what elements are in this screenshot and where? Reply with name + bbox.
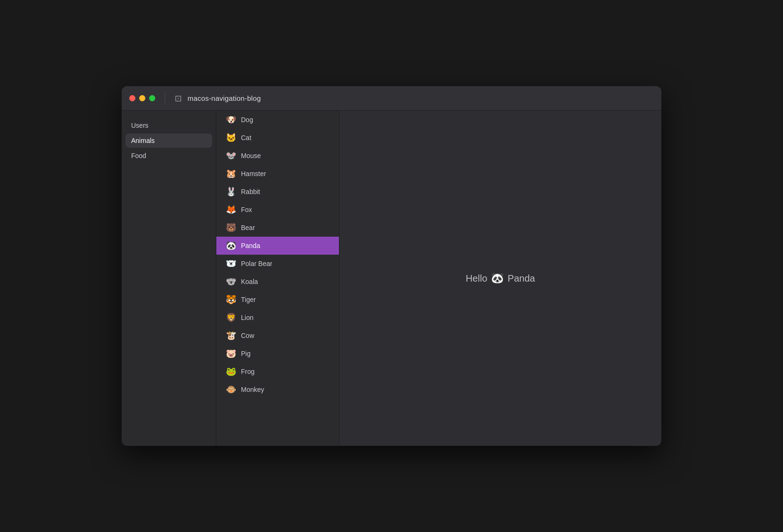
animals-list: 🐶Dog🐱Cat🐭Mouse🐹Hamster🐰Rabbit🦊Fox🐻Bear🐼P… bbox=[216, 111, 339, 446]
list-item-rabbit[interactable]: 🐰Rabbit bbox=[216, 183, 339, 201]
dog-emoji: 🐶 bbox=[226, 115, 236, 124]
panda-label: Panda bbox=[241, 242, 260, 249]
content-area: Users Animals Food 🐶Dog🐱Cat🐭Mouse🐹Hamste… bbox=[122, 111, 661, 446]
sidebar-toggle-icon[interactable]: ⊡ bbox=[175, 93, 182, 104]
list-item-lion[interactable]: 🦁Lion bbox=[216, 309, 339, 327]
hamster-label: Hamster bbox=[241, 170, 266, 177]
list-item-cow[interactable]: 🐮Cow bbox=[216, 327, 339, 345]
mouse-label: Mouse bbox=[241, 152, 261, 160]
tiger-emoji: 🐯 bbox=[226, 295, 236, 304]
pig-emoji: 🐷 bbox=[226, 349, 236, 358]
close-button[interactable] bbox=[129, 95, 135, 101]
list-item-bear[interactable]: 🐻Bear bbox=[216, 219, 339, 237]
frog-label: Frog bbox=[241, 368, 255, 375]
list-item-tiger[interactable]: 🐯Tiger bbox=[216, 291, 339, 309]
lion-label: Lion bbox=[241, 314, 253, 321]
list-item-koala[interactable]: 🐨Koala bbox=[216, 273, 339, 291]
monkey-label: Monkey bbox=[241, 386, 264, 393]
detail-content: Hello 🐼 Panda bbox=[466, 272, 535, 284]
list-item-fox[interactable]: 🦊Fox bbox=[216, 201, 339, 219]
cow-label: Cow bbox=[241, 332, 254, 339]
fox-emoji: 🦊 bbox=[226, 205, 236, 214]
list-item-frog[interactable]: 🐸Frog bbox=[216, 363, 339, 381]
titlebar-divider bbox=[165, 93, 165, 104]
panda-emoji: 🐼 bbox=[226, 241, 236, 250]
list-item-cat[interactable]: 🐱Cat bbox=[216, 129, 339, 147]
app-window: ⊡ macos-navigation-blog Users Animals Fo… bbox=[122, 86, 661, 446]
lion-emoji: 🦁 bbox=[226, 313, 236, 322]
rabbit-label: Rabbit bbox=[241, 188, 260, 195]
detail-name: Panda bbox=[507, 273, 535, 284]
list-item-pig[interactable]: 🐷Pig bbox=[216, 345, 339, 363]
list-item-polar-bear[interactable]: 🐻‍❄️Polar Bear bbox=[216, 255, 339, 273]
detail-pane: Hello 🐼 Panda bbox=[339, 111, 661, 446]
cow-emoji: 🐮 bbox=[226, 331, 236, 340]
sidebar-item-animals[interactable]: Animals bbox=[125, 133, 212, 148]
bear-label: Bear bbox=[241, 224, 255, 231]
traffic-lights bbox=[129, 95, 155, 101]
koala-emoji: 🐨 bbox=[226, 277, 236, 286]
cat-label: Cat bbox=[241, 134, 251, 142]
list-item-dog[interactable]: 🐶Dog bbox=[216, 111, 339, 129]
list-item-mouse[interactable]: 🐭Mouse bbox=[216, 147, 339, 165]
polar-bear-emoji: 🐻‍❄️ bbox=[226, 259, 236, 268]
sidebar-item-users[interactable]: Users bbox=[125, 118, 212, 133]
frog-emoji: 🐸 bbox=[226, 367, 236, 376]
cat-emoji: 🐱 bbox=[226, 133, 236, 142]
polar-bear-label: Polar Bear bbox=[241, 260, 272, 267]
koala-label: Koala bbox=[241, 278, 258, 285]
sidebar-item-food[interactable]: Food bbox=[125, 149, 212, 163]
list-item-monkey[interactable]: 🐵Monkey bbox=[216, 381, 339, 399]
bear-emoji: 🐻 bbox=[226, 223, 236, 232]
maximize-button[interactable] bbox=[149, 95, 155, 101]
detail-prefix: Hello bbox=[466, 273, 488, 284]
window-title: macos-navigation-blog bbox=[187, 94, 261, 102]
sidebar: Users Animals Food bbox=[122, 111, 216, 446]
hamster-emoji: 🐹 bbox=[226, 169, 236, 178]
mouse-emoji: 🐭 bbox=[226, 151, 236, 160]
dog-label: Dog bbox=[241, 116, 253, 124]
titlebar: ⊡ macos-navigation-blog bbox=[122, 86, 661, 111]
list-item-panda[interactable]: 🐼Panda bbox=[216, 237, 339, 255]
fox-label: Fox bbox=[241, 206, 252, 213]
list-item-hamster[interactable]: 🐹Hamster bbox=[216, 165, 339, 183]
tiger-label: Tiger bbox=[241, 296, 256, 303]
minimize-button[interactable] bbox=[139, 95, 145, 101]
rabbit-emoji: 🐰 bbox=[226, 187, 236, 196]
detail-emoji: 🐼 bbox=[491, 272, 504, 284]
monkey-emoji: 🐵 bbox=[226, 385, 236, 394]
pig-label: Pig bbox=[241, 350, 250, 357]
